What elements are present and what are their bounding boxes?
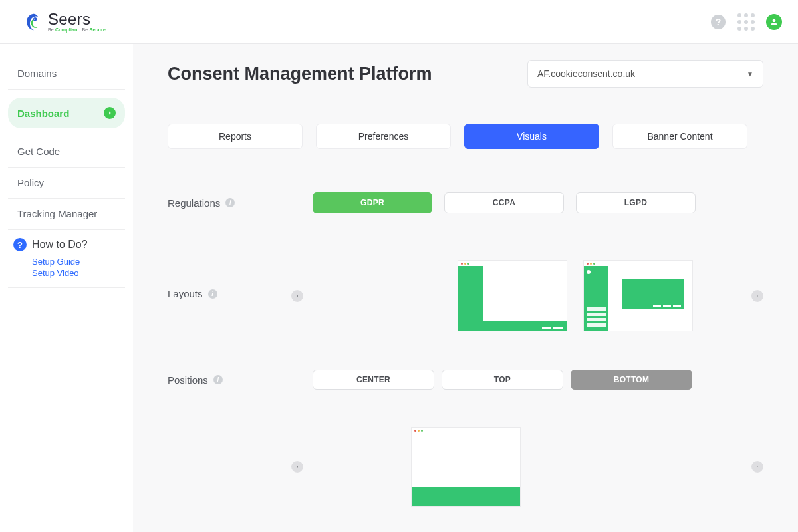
regulations-section: Regulations i GDPR CCPA LGPD	[168, 192, 763, 213]
position-top[interactable]: TOP	[442, 370, 563, 390]
main-panel: Consent Management Platform AF.cookiecon…	[133, 44, 798, 532]
howto-heading: ? How to Do?	[8, 230, 125, 257]
sidebar: Domains Dashboard Get Code Policy Tracki…	[0, 44, 133, 532]
layout-option-1[interactable]	[458, 260, 567, 331]
regulation-ccpa[interactable]: CCPA	[444, 192, 564, 213]
position-center[interactable]: CENTER	[313, 370, 434, 390]
regulations-label: Regulations	[168, 198, 220, 209]
chevron-down-icon: ▼	[747, 70, 753, 78]
sidebar-item-getcode[interactable]: Get Code	[8, 136, 125, 167]
positions-section: Positions i CENTER TOP BOTTOM	[168, 370, 763, 390]
setup-guide-link[interactable]: Setup Guide	[32, 257, 125, 267]
tab-banner-content[interactable]: Banner Content	[612, 124, 747, 149]
layouts-next[interactable]	[751, 290, 763, 302]
domain-select[interactable]: AF.cookieconsent.co.uk ▼	[527, 60, 763, 88]
seers-logo-icon	[24, 13, 43, 31]
brand-tagline: Be Compliant, Be Secure	[48, 27, 106, 32]
setup-video-link[interactable]: Setup Video	[32, 268, 125, 278]
account-icon[interactable]	[766, 14, 782, 30]
question-icon: ?	[13, 238, 27, 251]
positions-label: Positions	[168, 374, 208, 386]
positions-next[interactable]	[751, 461, 763, 473]
sidebar-item-domains[interactable]: Domains	[8, 59, 125, 89]
tab-preferences[interactable]: Preferences	[316, 124, 451, 149]
regulation-gdpr[interactable]: GDPR	[313, 192, 432, 213]
help-icon[interactable]: ?	[710, 14, 726, 30]
positions-prev[interactable]	[291, 461, 303, 473]
regulation-lgpd[interactable]: LGPD	[576, 192, 696, 213]
sidebar-item-policy[interactable]: Policy	[8, 168, 125, 198]
sidebar-item-tracking[interactable]: Tracking Manager	[8, 199, 125, 229]
app-header: Seers Be Compliant, Be Secure ?	[0, 0, 798, 44]
tab-bar: Reports Preferences Visuals Banner Conte…	[168, 124, 763, 149]
svg-point-1	[34, 18, 35, 19]
sidebar-item-dashboard[interactable]: Dashboard	[8, 98, 125, 128]
info-icon[interactable]: i	[225, 198, 235, 207]
brand-logo[interactable]: Seers Be Compliant, Be Secure	[24, 11, 106, 32]
position-preview-section	[168, 427, 763, 507]
position-bottom[interactable]: BOTTOM	[571, 370, 692, 390]
apps-grid-icon[interactable]	[738, 14, 754, 30]
layout-option-2[interactable]	[583, 260, 693, 331]
arrow-right-icon	[104, 107, 116, 119]
tab-visuals[interactable]: Visuals	[464, 124, 599, 149]
position-preview[interactable]	[411, 427, 521, 507]
layouts-prev[interactable]	[291, 290, 303, 302]
tab-reports[interactable]: Reports	[168, 124, 303, 149]
brand-title: Seers	[48, 11, 106, 27]
layouts-label: Layouts	[168, 288, 203, 299]
layouts-section: Layouts i	[168, 260, 763, 331]
info-icon[interactable]: i	[208, 289, 217, 299]
page-title: Consent Management Platform	[168, 64, 432, 84]
info-icon[interactable]: i	[213, 375, 223, 384]
header-actions: ?	[710, 14, 782, 30]
